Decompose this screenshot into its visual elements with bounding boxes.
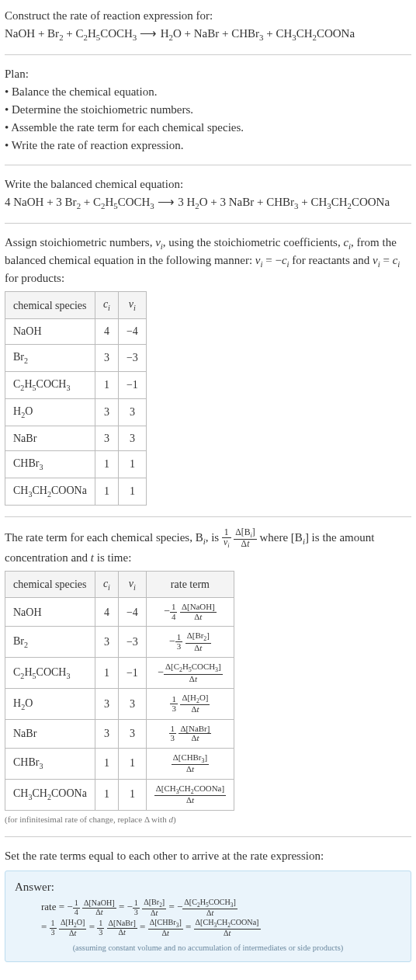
cell-c: 1 — [95, 451, 118, 478]
cell-species: NaOH — [5, 319, 95, 345]
cell-nu: 1 — [118, 478, 146, 506]
cell-nu: −1 — [118, 371, 146, 398]
plan-list: • Balance the chemical equation. • Deter… — [5, 84, 411, 154]
table-row: NaBr3313 Δ[NaBr]Δt — [5, 719, 234, 748]
answer-label: Answer: — [15, 879, 401, 895]
cell-nu: −3 — [118, 627, 146, 658]
col-species: chemical species — [5, 292, 95, 319]
table-row: CH3CH2COONa11Δ[CH3CH2COONa]Δt — [5, 779, 234, 810]
divider — [5, 54, 411, 55]
cell-nu: −4 — [118, 319, 146, 345]
cell-species: NaOH — [5, 598, 95, 627]
table-row: NaOH4−4−14 Δ[NaOH]Δt — [5, 598, 234, 627]
unbalanced-equation: NaOH + Br2 + C2H5COCH3 ⟶ H2O + NaBr + CH… — [5, 26, 411, 43]
cell-species: NaBr — [5, 719, 95, 748]
col-c: ci — [95, 571, 118, 598]
plan-item: • Determine the stoichiometric numbers. — [5, 102, 411, 118]
table-row: NaOH4−4 — [5, 319, 147, 345]
cell-c: 3 — [95, 689, 118, 720]
cell-c: 1 — [95, 371, 118, 398]
cell-species: CH3CH2COONa — [5, 779, 95, 810]
table-header-row: chemical species ci νi rate term — [5, 571, 234, 598]
rate-term-table: chemical species ci νi rate term NaOH4−4… — [5, 571, 234, 811]
cell-nu: 3 — [118, 689, 146, 720]
balanced-equation: 4 NaOH + 3 Br2 + C2H5COCH3 ⟶ 3 H2O + 3 N… — [5, 194, 411, 212]
table-row: CH3CH2COONa11 — [5, 478, 147, 506]
table-row: H2O3313 Δ[H2O]Δt — [5, 689, 234, 720]
divider — [5, 836, 411, 837]
cell-species: C2H5COCH3 — [5, 371, 95, 398]
rate-expression: rate = −14 Δ[NaOH]Δt = −13 Δ[Br2]Δt = −Δ… — [15, 898, 401, 938]
col-nu: νi — [118, 571, 146, 598]
cell-c: 3 — [95, 627, 118, 658]
cell-species: CHBr3 — [5, 451, 95, 478]
rate-term-intro: The rate term for each chemical species,… — [5, 528, 411, 565]
divider — [5, 165, 411, 165]
cell-c: 1 — [95, 658, 118, 689]
cell-rate-term: −14 Δ[NaOH]Δt — [146, 598, 234, 627]
cell-nu: −4 — [118, 598, 146, 627]
cell-nu: 1 — [118, 451, 146, 478]
cell-rate-term: Δ[CH3CH2COONa]Δt — [146, 779, 234, 810]
cell-nu: 1 — [118, 779, 146, 810]
cell-rate-term: 13 Δ[NaBr]Δt — [146, 719, 234, 748]
stoichiometry-table: chemical species ci νi NaOH4−4Br23−3C2H5… — [5, 291, 147, 506]
cell-nu: 3 — [118, 719, 146, 748]
cell-c: 1 — [95, 748, 118, 779]
table-row: CHBr311 — [5, 451, 147, 478]
answer-box: Answer: rate = −14 Δ[NaOH]Δt = −13 Δ[Br2… — [5, 871, 411, 962]
table-row: Br23−3 — [5, 344, 147, 371]
plan-item: • Balance the chemical equation. — [5, 84, 411, 100]
cell-species: H2O — [5, 398, 95, 426]
table-row: Br23−3−13 Δ[Br2]Δt — [5, 627, 234, 658]
plan-item: • Assemble the rate term for each chemic… — [5, 120, 411, 136]
cell-nu: 1 — [118, 748, 146, 779]
cell-c: 3 — [95, 426, 118, 451]
table-row: NaBr33 — [5, 426, 147, 451]
cell-c: 1 — [95, 478, 118, 506]
cell-nu: −3 — [118, 344, 146, 371]
col-species: chemical species — [5, 571, 95, 598]
table-note: (for infinitesimal rate of change, repla… — [5, 814, 411, 825]
table-row: C2H5COCH31−1−Δ[C2H5COCH3]Δt — [5, 658, 234, 689]
cell-species: H2O — [5, 689, 95, 720]
cell-species: Br2 — [5, 627, 95, 658]
problem-title: Construct the rate of reaction expressio… — [5, 8, 411, 24]
cell-rate-term: Δ[CHBr3]Δt — [146, 748, 234, 779]
cell-c: 1 — [95, 779, 118, 810]
cell-species: C2H5COCH3 — [5, 658, 95, 689]
cell-nu: 3 — [118, 426, 146, 451]
table-row: C2H5COCH31−1 — [5, 371, 147, 398]
assign-text: Assign stoichiometric numbers, νi, using… — [5, 235, 411, 287]
table-header-row: chemical species ci νi — [5, 292, 147, 319]
col-nu: νi — [118, 292, 146, 319]
cell-c: 4 — [95, 319, 118, 345]
cell-species: CHBr3 — [5, 748, 95, 779]
cell-rate-term: −13 Δ[Br2]Δt — [146, 627, 234, 658]
plan-heading: Plan: — [5, 66, 411, 82]
table-row: CHBr311Δ[CHBr3]Δt — [5, 748, 234, 779]
cell-species: Br2 — [5, 344, 95, 371]
cell-rate-term: −Δ[C2H5COCH3]Δt — [146, 658, 234, 689]
plan-item: • Write the rate of reaction expression. — [5, 137, 411, 154]
col-c: ci — [95, 292, 118, 319]
cell-species: NaBr — [5, 426, 95, 451]
set-equal-text: Set the rate terms equal to each other t… — [5, 848, 411, 864]
cell-c: 3 — [95, 398, 118, 426]
cell-c: 3 — [95, 344, 118, 371]
rate-expression-line: rate = −14 Δ[NaOH]Δt = −13 Δ[Br2]Δt = −Δ… — [41, 898, 401, 917]
col-rate-term: rate term — [146, 571, 234, 598]
cell-c: 3 — [95, 719, 118, 748]
cell-rate-term: 13 Δ[H2O]Δt — [146, 689, 234, 720]
cell-c: 4 — [95, 598, 118, 627]
divider — [5, 516, 411, 517]
rate-expression-line: = 13 Δ[H2O]Δt = 13 Δ[NaBr]Δt = Δ[CHBr3]Δ… — [41, 919, 401, 937]
answer-note: (assuming constant volume and no accumul… — [15, 943, 401, 954]
cell-nu: 3 — [118, 398, 146, 426]
cell-nu: −1 — [118, 658, 146, 689]
table-row: H2O33 — [5, 398, 147, 426]
divider — [5, 223, 411, 224]
balanced-heading: Write the balanced chemical equation: — [5, 176, 411, 193]
cell-species: CH3CH2COONa — [5, 478, 95, 506]
